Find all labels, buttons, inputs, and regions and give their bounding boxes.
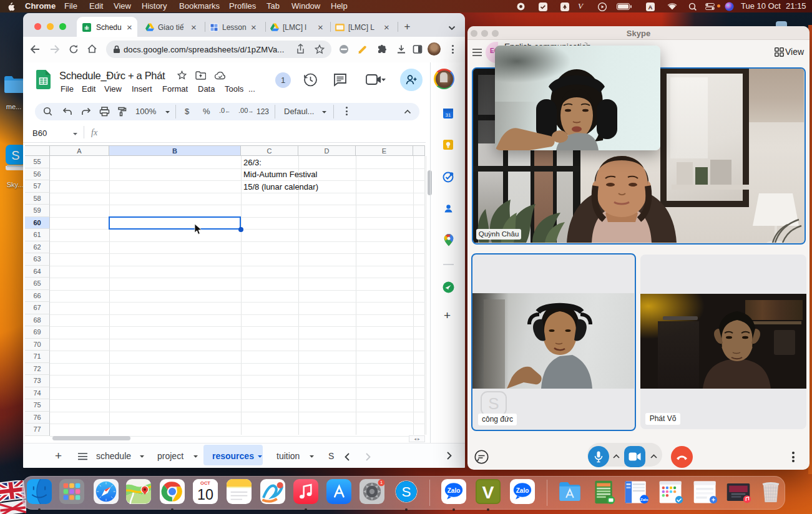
svg-text:S: S: [488, 394, 499, 413]
svg-text:V: V: [482, 482, 494, 502]
svg-text:Zalo: Zalo: [640, 497, 648, 502]
svg-text:1: 1: [380, 480, 383, 485]
svg-text:A: A: [648, 3, 653, 10]
svg-text:Zalo: Zalo: [448, 487, 461, 494]
svg-text:Zalo: Zalo: [516, 487, 529, 494]
svg-text:OCT: OCT: [200, 480, 210, 486]
svg-text:10: 10: [197, 487, 213, 503]
svg-text:S: S: [401, 484, 411, 500]
svg-text:S: S: [11, 148, 19, 162]
svg-text:31: 31: [446, 112, 451, 118]
